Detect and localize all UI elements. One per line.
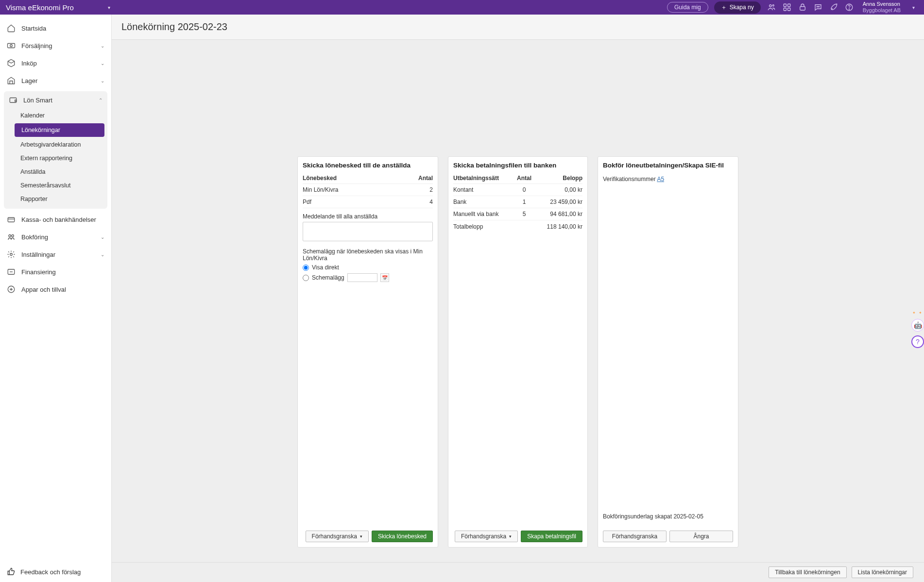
svg-point-11 <box>849 9 849 9</box>
table-row: Bank 1 23 459,00 kr <box>453 196 582 208</box>
svg-point-1 <box>772 5 774 6</box>
sidebar-sub-arbetsgivardeklaration[interactable]: Arbetsgivardeklaration <box>4 138 107 151</box>
sidebar-item-kassa[interactable]: Kassa- och bankhändelser <box>0 211 111 228</box>
cell: 4 <box>404 199 433 205</box>
cell: 0 <box>510 186 539 193</box>
sidebar-group-lon: Lön Smart ⌃ Kalender Lönekörningar Arbet… <box>4 91 107 209</box>
lock-icon[interactable] <box>798 2 807 12</box>
wallet-icon <box>9 96 17 104</box>
create-new-button[interactable]: ＋ Skapa ny <box>714 1 761 14</box>
sidebar-item-lon-smart[interactable]: Lön Smart ⌃ <box>4 91 107 109</box>
feedback-link[interactable]: Feedback och förslag <box>0 562 111 582</box>
sidebar-sub-semester[interactable]: Semesterårsavslut <box>4 179 107 192</box>
user-company: Byggbolaget AB <box>863 7 901 14</box>
page-title: Lönekörning 2025-02-23 <box>112 15 924 40</box>
sidebar-sub-kalender[interactable]: Kalender <box>4 109 107 122</box>
radio-input[interactable] <box>303 265 309 271</box>
svg-rect-12 <box>8 44 15 48</box>
chevron-down-icon: ⌄ <box>101 252 104 257</box>
undo-button[interactable]: Ångra <box>669 531 733 542</box>
table-row: Min Lön/Kivra 2 <box>303 184 433 196</box>
floating-helpers: ✦ ✦ 🤖 ? <box>911 311 924 348</box>
sidebar: Startsida Försäljning ⌄ Inköp ⌄ Lager ⌄ <box>0 15 112 582</box>
nav-label: Lager <box>21 77 37 84</box>
list-runs-button[interactable]: Lista lönekörningar <box>852 566 913 578</box>
svg-rect-6 <box>800 7 805 11</box>
purchase-icon <box>7 59 16 67</box>
sidebar-sub-lonekorningar[interactable]: Lönekörningar <box>15 123 104 137</box>
radio-label: Visa direkt <box>312 264 339 271</box>
help-icon[interactable] <box>844 2 854 12</box>
sidebar-sub-rapporter[interactable]: Rapporter <box>4 192 107 206</box>
sidebar-item-startsida[interactable]: Startsida <box>0 19 111 37</box>
user-name: Anna Svensson <box>863 1 901 7</box>
card-title: Bokför löneutbetalningen/Skapa SIE-fil <box>603 162 733 169</box>
plus-icon: ＋ <box>721 3 727 12</box>
radio-schemalagg[interactable]: Schemalägg 📅 <box>303 273 433 282</box>
sidebar-item-inkop[interactable]: Inköp ⌄ <box>0 54 111 72</box>
gear-icon <box>7 250 16 259</box>
chevron-down-icon: ⌄ <box>101 43 104 49</box>
nav-label: Appar och tillval <box>21 286 66 293</box>
sidebar-item-forsaljning[interactable]: Försäljning ⌄ <box>0 37 111 54</box>
help-bubble-icon[interactable]: ? <box>911 335 924 348</box>
create-new-label: Skapa ny <box>730 4 754 11</box>
sidebar-item-lager[interactable]: Lager ⌄ <box>0 72 111 89</box>
nav-label: Inköp <box>21 60 37 67</box>
verification-link[interactable]: A5 <box>657 176 664 183</box>
message-input[interactable] <box>303 222 433 241</box>
nav-label: Bokföring <box>21 233 48 241</box>
radio-visa-direkt[interactable]: Visa direkt <box>303 264 433 271</box>
preview-button[interactable]: Förhandsgranska ▾ <box>306 531 369 542</box>
svg-point-8 <box>818 6 818 7</box>
col-method: Utbetalningssätt <box>453 175 510 182</box>
send-payslips-button[interactable]: Skicka lönebesked <box>372 531 433 542</box>
preview-button[interactable]: Förhandsgranska <box>603 531 667 542</box>
radio-input[interactable] <box>303 275 309 281</box>
svg-point-9 <box>819 6 819 7</box>
apps-icon[interactable] <box>782 2 792 12</box>
calendar-icon[interactable]: 📅 <box>380 273 389 282</box>
user-menu[interactable]: Anna Svensson Byggbolaget AB <box>863 1 901 13</box>
cell: Min Lön/Kivra <box>303 186 404 193</box>
sidebar-item-installningar[interactable]: Inställningar ⌄ <box>0 246 111 263</box>
thumbs-up-icon <box>7 567 16 576</box>
chevron-down-icon: ⌄ <box>101 61 104 66</box>
sidebar-item-bokforing[interactable]: Bokföring ⌄ <box>0 228 111 246</box>
card-title: Skicka betalningsfilen till banken <box>453 162 582 169</box>
chat-icon[interactable] <box>813 2 823 12</box>
create-payment-file-button[interactable]: Skapa betalningsfil <box>521 531 582 542</box>
main: Lönekörning 2025-02-23 Skicka lönebesked… <box>112 15 924 582</box>
svg-rect-5 <box>787 8 790 11</box>
chevron-down-icon[interactable]: ▾ <box>908 2 918 12</box>
svg-point-17 <box>12 235 14 237</box>
table-row: Pdf 4 <box>303 196 433 208</box>
svg-point-18 <box>10 253 13 256</box>
button-label: Förhandsgranska <box>461 533 506 540</box>
cell: Manuellt via bank <box>453 211 510 217</box>
guide-button[interactable]: Guida mig <box>667 2 708 13</box>
svg-rect-3 <box>787 4 790 6</box>
assistant-bot-icon[interactable]: 🤖 <box>911 319 924 332</box>
sidebar-item-finansiering[interactable]: Finansiering <box>0 263 111 281</box>
chevron-down-icon: ▾ <box>509 534 512 539</box>
svg-rect-15 <box>8 217 15 222</box>
cell: 1 <box>510 199 539 205</box>
app-switcher[interactable]: Visma eEkonomi Pro ▾ <box>6 3 110 12</box>
verification-label: Verifikationsnummer <box>603 176 656 183</box>
schedule-date-input[interactable] <box>347 273 377 282</box>
svg-point-16 <box>9 235 11 237</box>
back-button[interactable]: Tillbaka till lönekörningen <box>769 566 846 578</box>
nav-label: Lön Smart <box>23 97 52 104</box>
sidebar-sub-anstallda[interactable]: Anställda <box>4 165 107 179</box>
feedback-label: Feedback och förslag <box>20 568 81 576</box>
card-payment-file: Skicka betalningsfilen till banken Utbet… <box>448 156 588 548</box>
sidebar-sub-extern-rapportering[interactable]: Extern rapportering <box>4 151 107 165</box>
rocket-icon[interactable] <box>829 2 838 12</box>
community-icon[interactable] <box>767 2 776 12</box>
table-row: Manuellt via bank 5 94 681,00 kr <box>453 208 582 220</box>
nav-label: Finansiering <box>21 268 56 276</box>
preview-button[interactable]: Förhandsgranska ▾ <box>455 531 518 542</box>
total-amount: 118 140,00 kr <box>539 223 582 230</box>
sidebar-item-appar[interactable]: Appar och tillval <box>0 281 111 298</box>
